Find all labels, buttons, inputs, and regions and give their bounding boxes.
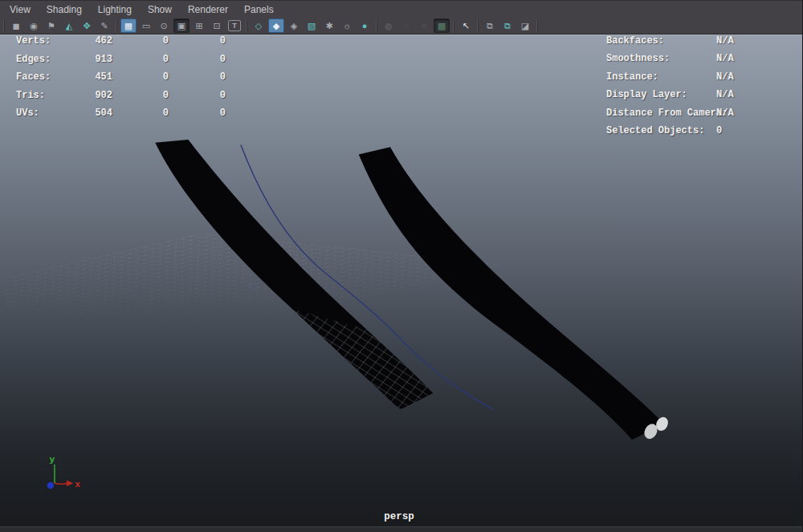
panel-toolbar: ◼ ◉ ⚑ ◭ ✥ ✎ ▦ ▭ ⊙ ▣ ⊞ ⊡ T ◇ ◆ ◈ ▧ ✱ ☼ ● …: [0, 18, 802, 35]
hud-row-backfaces: Backfaces:N/A: [606, 35, 783, 53]
toolbar-separator: [453, 20, 454, 32]
menu-panels[interactable]: Panels: [236, 1, 282, 18]
image-view-icon[interactable]: ◪: [517, 18, 533, 33]
orbit-camera-icon[interactable]: ◉: [26, 18, 42, 33]
axis-y-label: y: [49, 455, 55, 465]
bookmark-view-icon[interactable]: ⧉: [499, 18, 516, 33]
menu-show[interactable]: Show: [140, 1, 180, 18]
maya-viewport-panel: View Shading Lighting Show Renderer Pane…: [0, 0, 803, 532]
hud-row-selected-objects: Selected Objects:0: [606, 125, 783, 143]
toolbar-separator: [3, 20, 5, 32]
hud-row-distance-from-camera: Distance From Camera:N/A: [606, 108, 783, 125]
toolbar-separator: [246, 20, 247, 32]
lights-icon[interactable]: ☼: [339, 18, 355, 33]
isolate-select-icon[interactable]: ▩: [434, 18, 450, 33]
menu-view[interactable]: View: [2, 1, 39, 18]
smooth-shade-icon[interactable]: ◆: [268, 18, 284, 33]
snapshot-icon[interactable]: ⧉: [482, 18, 498, 33]
field-chart-icon[interactable]: ⊞: [191, 18, 207, 33]
hud-row-verts: Verts:46200: [16, 35, 226, 54]
measure-tool-icon[interactable]: ✎: [96, 18, 112, 33]
fog-icon: ◍: [381, 18, 397, 33]
textured-icon[interactable]: ▧: [304, 18, 320, 33]
axis-z-dot: [47, 482, 54, 489]
safe-action-icon[interactable]: ⊡: [209, 18, 225, 33]
resolution-gate-icon[interactable]: ⊙: [156, 18, 172, 33]
film-gate-icon[interactable]: ▭: [138, 18, 154, 33]
safe-title-icon[interactable]: T: [228, 20, 241, 31]
hud-row-tris: Tris:90200: [16, 90, 226, 108]
menu-renderer[interactable]: Renderer: [180, 1, 236, 18]
select-camera-icon[interactable]: ◼: [8, 18, 24, 33]
hud-row-edges: Edges:91300: [16, 54, 226, 72]
hud-row-smoothness: Smoothness:N/A: [606, 53, 783, 71]
camera-name-label: persp: [365, 511, 433, 522]
window-bottom-edge: [0, 526, 802, 532]
hud-row-faces: Faces:45100: [16, 71, 226, 90]
hud-row-display-layer: Display Layer:N/A: [606, 89, 783, 107]
toolbar-separator: [116, 20, 117, 32]
pan-zoom-icon[interactable]: ✥: [79, 18, 95, 33]
anti-aliasing-icon: ○: [416, 18, 432, 33]
toolbar-separator: [477, 20, 479, 32]
axis-gizmo: y x: [47, 455, 81, 489]
menu-shading[interactable]: Shading: [39, 1, 90, 18]
hud-row-instance: Instance:N/A: [606, 71, 783, 89]
image-plane-icon[interactable]: ◭: [61, 18, 77, 33]
axis-x-label: x: [75, 480, 80, 489]
menu-lighting[interactable]: Lighting: [90, 1, 140, 18]
wireframe-cube-icon[interactable]: ◇: [251, 18, 267, 33]
panel-menubar: View Shading Lighting Show Renderer Pane…: [0, 0, 802, 18]
toolbar-separator: [376, 20, 377, 32]
hud-object-details: Backfaces:N/A Smoothness:N/A Instance:N/…: [606, 35, 783, 143]
grid-toggle-icon[interactable]: ▦: [120, 18, 137, 33]
toolbar-separator: [536, 20, 538, 32]
hud-row-uvs: UVs:50400: [16, 108, 226, 126]
select-tool-icon[interactable]: ↖: [458, 18, 474, 33]
wireframe-on-shaded-icon[interactable]: ◈: [286, 18, 302, 33]
shadows-icon[interactable]: ●: [357, 18, 373, 33]
hud-poly-counts: Verts:46200 Edges:91300 Faces:45100 Tris…: [16, 35, 226, 126]
use-default-material-icon[interactable]: ✱: [321, 18, 337, 33]
bookmark-icon[interactable]: ⚑: [43, 18, 59, 33]
motion-blur-icon: ◌: [398, 18, 414, 33]
gate-mask-icon[interactable]: ▣: [173, 18, 190, 33]
